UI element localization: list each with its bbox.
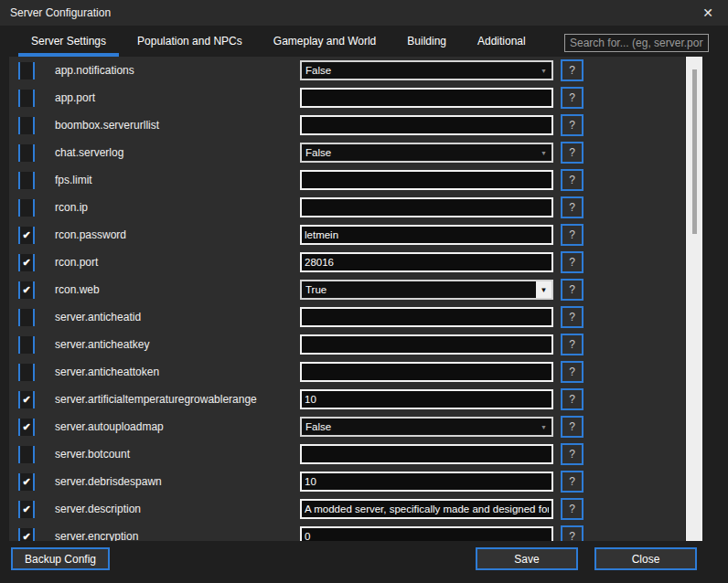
setting-value-input[interactable]	[300, 472, 553, 492]
setting-value-input[interactable]	[300, 252, 553, 272]
setting-name-label: server.botcount	[55, 448, 300, 461]
setting-checkbox[interactable]	[18, 90, 35, 107]
setting-value-input[interactable]	[300, 362, 553, 382]
close-button[interactable]: Close	[594, 547, 697, 570]
help-button[interactable]: ?	[561, 224, 583, 246]
chevron-down-icon[interactable]: ▼	[536, 281, 551, 298]
chevron-down-icon[interactable]: ▼	[536, 62, 551, 79]
setting-checkbox[interactable]	[18, 336, 35, 354]
help-button[interactable]: ?	[561, 525, 583, 541]
setting-checkbox[interactable]	[18, 172, 35, 189]
setting-checkbox[interactable]	[18, 62, 35, 80]
setting-control-slot	[300, 252, 553, 272]
setting-control-slot: True ▼	[300, 280, 553, 300]
setting-value-input[interactable]	[300, 444, 553, 464]
setting-row: ✔ rcon.web True ▼ ?	[9, 276, 685, 303]
setting-row: ✔ server.description ?	[9, 495, 685, 523]
setting-checkbox[interactable]	[18, 117, 35, 134]
setting-checkbox[interactable]: ✔	[18, 501, 35, 518]
tab-additional[interactable]: Additional	[465, 26, 539, 57]
scrollbar-thumb[interactable]	[692, 69, 697, 234]
setting-value-input[interactable]	[300, 88, 553, 108]
setting-value-dropdown[interactable]: False ▼	[300, 143, 553, 163]
help-button[interactable]: ?	[561, 334, 583, 355]
setting-value-dropdown[interactable]: False ▼	[300, 417, 553, 437]
help-button[interactable]: ?	[561, 196, 583, 218]
setting-checkbox[interactable]	[18, 144, 35, 162]
help-button[interactable]: ?	[561, 416, 583, 438]
setting-name-label: server.artificialtemperaturegrowablerang…	[55, 393, 300, 406]
help-button[interactable]: ?	[561, 306, 583, 328]
search-input[interactable]	[564, 34, 709, 52]
setting-checkbox[interactable]: ✔	[18, 281, 35, 299]
setting-value-input[interactable]	[300, 170, 553, 190]
help-button[interactable]: ?	[561, 498, 583, 520]
backup-config-button[interactable]: Backup Config	[11, 547, 110, 570]
setting-control-slot	[300, 88, 553, 108]
tab-server-settings[interactable]: Server Settings	[18, 26, 119, 57]
checkmark-icon: ✔	[22, 532, 30, 542]
help-button[interactable]: ?	[561, 251, 583, 273]
setting-value-input[interactable]	[300, 389, 553, 409]
setting-checkbox[interactable]: ✔	[18, 254, 35, 271]
checkmark-icon: ✔	[22, 395, 30, 405]
tab-building[interactable]: Building	[394, 26, 459, 57]
tab-label: Building	[407, 35, 446, 48]
setting-checkbox[interactable]: ✔	[18, 227, 35, 244]
setting-control-slot	[300, 115, 553, 135]
help-button[interactable]: ?	[561, 471, 583, 493]
help-button[interactable]: ?	[561, 443, 583, 465]
help-button[interactable]: ?	[561, 142, 583, 164]
help-button[interactable]: ?	[561, 388, 583, 410]
close-icon[interactable]: ✕	[698, 0, 718, 26]
setting-row: ✔ rcon.password ?	[9, 221, 685, 249]
help-button[interactable]: ?	[561, 361, 583, 383]
setting-row: app.port ?	[9, 84, 685, 111]
dropdown-selected-value: False	[302, 421, 536, 432]
setting-control-slot	[300, 389, 553, 409]
help-button[interactable]: ?	[561, 169, 583, 191]
setting-value-input[interactable]	[300, 225, 553, 245]
setting-row: chat.serverlog False ▼ ?	[9, 139, 685, 166]
setting-row: ✔ rcon.port ?	[9, 249, 685, 276]
save-button[interactable]: Save	[476, 547, 578, 570]
setting-checkbox[interactable]	[18, 446, 35, 463]
setting-value-dropdown[interactable]: False ▼	[300, 60, 553, 80]
setting-value-input[interactable]	[300, 307, 553, 327]
setting-checkbox[interactable]: ✔	[18, 528, 35, 542]
help-button[interactable]: ?	[561, 87, 583, 109]
setting-value-dropdown[interactable]: True ▼	[300, 280, 553, 300]
help-button[interactable]: ?	[561, 59, 583, 81]
tab-label: Gameplay and World	[273, 35, 377, 48]
setting-value-input[interactable]	[300, 526, 553, 541]
checkmark-icon: ✔	[22, 477, 30, 487]
setting-row: server.botcount ?	[9, 440, 685, 468]
setting-checkbox[interactable]	[18, 309, 35, 326]
setting-checkbox[interactable]: ✔	[18, 473, 35, 491]
setting-control-slot: False ▼	[300, 417, 553, 437]
chevron-down-icon[interactable]: ▼	[536, 144, 551, 161]
help-button[interactable]: ?	[561, 279, 583, 301]
window-title: Server Configuration	[10, 6, 111, 19]
tab-gameplay-and-world[interactable]: Gameplay and World	[261, 26, 390, 57]
setting-value-input[interactable]	[300, 115, 553, 135]
setting-checkbox[interactable]: ✔	[18, 391, 35, 408]
setting-name-label: server.anticheatid	[55, 311, 300, 323]
setting-checkbox[interactable]	[18, 199, 35, 217]
setting-row: fps.limit ?	[9, 166, 685, 194]
setting-row: server.anticheatkey ?	[9, 331, 685, 358]
setting-value-input[interactable]	[300, 499, 553, 519]
checkmark-icon: ✔	[22, 258, 30, 268]
setting-control-slot	[300, 444, 553, 464]
help-button[interactable]: ?	[561, 114, 583, 136]
scrollbar-track[interactable]	[686, 57, 702, 541]
setting-checkbox[interactable]	[18, 364, 35, 381]
chevron-down-icon[interactable]: ▼	[536, 419, 551, 435]
setting-value-input[interactable]	[300, 334, 553, 355]
setting-control-slot: False ▼	[300, 143, 553, 163]
settings-list: app.notifications False ▼ ? app.port ? b…	[9, 57, 685, 541]
setting-checkbox[interactable]: ✔	[18, 419, 35, 436]
setting-value-input[interactable]	[300, 197, 553, 217]
tab-population-and-npcs[interactable]: Population and NPCs	[124, 26, 255, 57]
setting-row: boombox.serverurllist ?	[9, 111, 685, 139]
